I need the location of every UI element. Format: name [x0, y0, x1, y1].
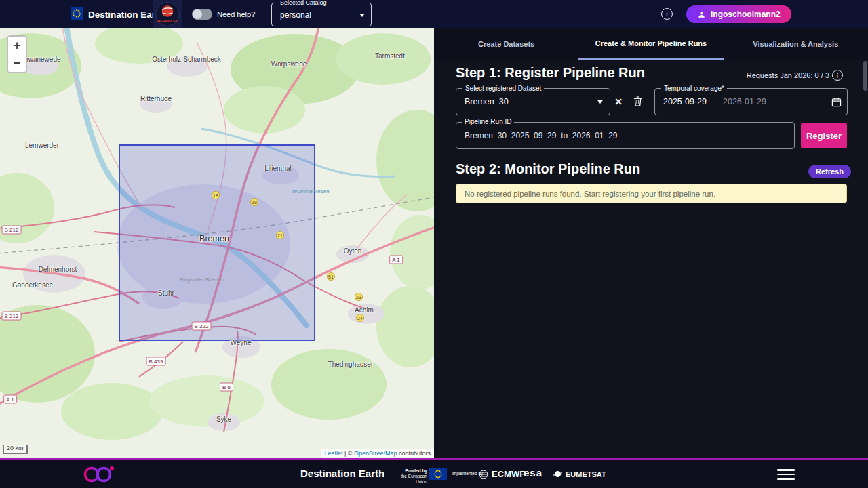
eu-flag-icon	[429, 468, 447, 483]
map-city-label: Weyhe	[231, 339, 252, 346]
road-badge: B 213	[2, 312, 22, 321]
requests-info-icon[interactable]: i	[832, 70, 843, 81]
menu-icon[interactable]	[777, 469, 795, 480]
temporal-start-date: 2025-09-29	[663, 97, 707, 106]
map-zoom-control: + −	[7, 35, 27, 73]
map-water-label: Wümmewiesen	[292, 188, 330, 195]
road-badge: A 1	[389, 256, 403, 264]
map-city-label: Achim	[355, 306, 374, 314]
empty-runs-alert: No registered pipeline runs found. Start…	[456, 184, 847, 203]
dataset-select-value: Bremen_30	[465, 97, 509, 106]
road-badge: B 6	[220, 383, 233, 392]
empty-runs-message: No registered pipeline runs found. Start…	[465, 190, 715, 198]
footer-brand: Destination Earth	[300, 468, 384, 479]
road-badge: B 212	[2, 226, 22, 235]
hires-lst-logo[interactable]: Hi-Res LST	[153, 0, 182, 28]
catalog-select[interactable]: Selected Catalog personal	[271, 3, 372, 26]
trash-icon	[633, 96, 642, 106]
pipeline-run-id-input[interactable]	[456, 122, 795, 149]
map-city-label: Bremen	[199, 234, 229, 243]
temporal-coverage-field[interactable]: Temporal coverage* 2025-09-29 – 2026-01-…	[654, 88, 848, 115]
attribution-suffix: contributors	[397, 450, 431, 457]
step1-title: Step 1: Register Pipeline Run	[456, 65, 645, 81]
motorway-junction-marker: 24	[356, 314, 364, 322]
ecmwf-globe-icon	[479, 470, 488, 479]
map-attribution: Leaflet | © OpenStreetMap contributors	[321, 449, 434, 458]
side-panel: Create Datasets Create & Monitor Pipelin…	[434, 28, 868, 458]
footer-bar: Destination Earth Funded bythe European …	[0, 458, 868, 488]
map-city-label: Osterholz-Scharmbeck	[152, 56, 221, 63]
svg-text:Hi-Res LST: Hi-Res LST	[157, 19, 178, 23]
destine-logo[interactable]	[81, 465, 121, 484]
motorway-junction-marker: 18	[212, 191, 220, 199]
map-airport-label: Flughafen Bremen	[180, 277, 224, 283]
map[interactable]: Schwanewede Osterholz-Scharmbeck Worpswe…	[0, 28, 434, 458]
chevron-down-icon	[597, 100, 603, 104]
map-city-label: Oyten	[344, 247, 362, 255]
funded-by-label: Funded bythe European Union	[392, 468, 427, 485]
help-toggle[interactable]	[192, 9, 212, 20]
pipeline-run-id-label: Pipeline Run ID	[462, 117, 514, 126]
temporal-end-date: 2026-01-29	[723, 97, 766, 106]
motorway-junction-marker: 19	[250, 198, 258, 206]
catalog-select-value: personal	[280, 10, 311, 20]
register-button[interactable]: Register	[801, 123, 847, 148]
person-icon	[697, 10, 706, 19]
top-bar: Destination Earth Hi-Res LST Need help? …	[0, 0, 868, 28]
map-city-label: Ganderkesee	[12, 281, 53, 289]
tab-create-datasets[interactable]: Create Datasets	[434, 28, 578, 60]
road-badge: B 322	[192, 322, 212, 331]
dataset-select[interactable]: Select registered Dataset Bremen_30	[456, 88, 610, 115]
dataset-select-label: Select registered Dataset	[462, 84, 544, 93]
info-icon[interactable]: i	[661, 8, 673, 20]
chevron-down-icon	[359, 14, 365, 17]
username-label: ingoschoolmann2	[711, 9, 781, 19]
ecmwf-logo: ECMWF	[479, 469, 525, 479]
map-city-label: Stuhr	[158, 289, 174, 297]
map-city-label: Ritterhude	[140, 95, 172, 102]
temporal-coverage-label: Temporal coverage*	[661, 84, 727, 93]
toggle-knob	[193, 9, 202, 19]
eumetsat-logo: EUMETSAT	[553, 470, 606, 479]
app-logo[interactable]: Destination Earth	[71, 0, 164, 28]
temporal-date-separator: –	[713, 97, 718, 106]
map-city-label: Delmenhorst	[39, 266, 77, 273]
zoom-in-button[interactable]: +	[8, 37, 26, 54]
map-city-label: Lilienthal	[264, 165, 291, 172]
clear-dataset-button[interactable]: ✕	[612, 95, 625, 108]
map-city-label: Syke	[216, 415, 231, 423]
tab-visualization-analysis[interactable]: Visualization & Analysis	[724, 28, 868, 60]
tab-bar: Create Datasets Create & Monitor Pipelin…	[434, 28, 868, 60]
hires-lst-globe-icon: Hi-Res LST	[155, 2, 180, 26]
zoom-out-button[interactable]: −	[8, 54, 26, 72]
motorway-junction-marker: 21	[276, 231, 284, 239]
map-city-label: Tarmstedt	[375, 52, 405, 60]
map-city-label: Worpswede	[271, 60, 307, 68]
esa-logo: esa	[524, 467, 542, 479]
motorway-junction-marker: 23	[355, 293, 363, 301]
scrollbar-thumb[interactable]	[863, 61, 867, 91]
map-city-label: Lemwerder	[25, 142, 59, 149]
calendar-icon[interactable]	[829, 95, 843, 108]
requests-quota-label: Requests Jan 2026: 0 / 3	[747, 71, 829, 79]
osm-link[interactable]: OpenStreetMap	[354, 450, 397, 457]
motorway-junction-marker: 51	[327, 272, 335, 281]
catalog-select-label: Selected Catalog	[277, 0, 330, 7]
leaflet-link[interactable]: Leaflet	[324, 450, 342, 457]
need-help-label: Need help?	[217, 10, 255, 18]
refresh-button[interactable]: Refresh	[808, 165, 851, 178]
delete-dataset-button[interactable]	[631, 94, 644, 108]
tab-create-monitor-pipeline-runs[interactable]: Create & Monitor Pipeline Runs	[578, 28, 723, 60]
step2-title: Step 2: Monitor Pipeline Run	[456, 161, 640, 177]
road-badge: A 1	[3, 395, 17, 404]
eu-emblem-icon	[71, 7, 83, 22]
eumetsat-orbit-icon	[553, 470, 562, 479]
user-menu-button[interactable]: ingoschoolmann2	[686, 5, 791, 23]
map-city-label: Thedinghausen	[328, 361, 375, 368]
road-badge: B 439	[146, 357, 166, 366]
attribution-separator: | ©	[342, 450, 353, 457]
map-scale-bar: 20 km	[3, 445, 28, 454]
